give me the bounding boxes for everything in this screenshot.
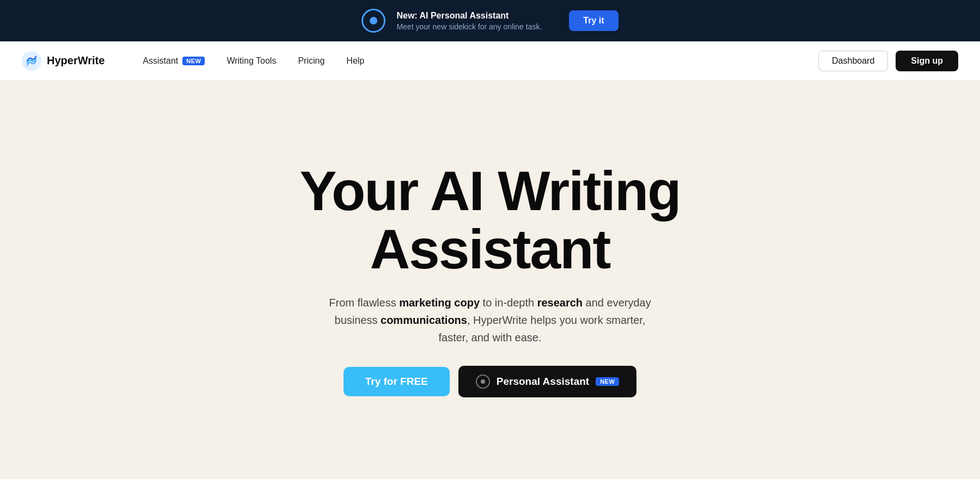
nav-item-assistant-label: Assistant (143, 56, 178, 66)
banner-icon (362, 9, 385, 33)
personal-assistant-label: Personal Assistant (497, 376, 589, 388)
banner-icon-inner (370, 17, 377, 24)
hero-title: Your AI Writing Assistant (299, 162, 680, 279)
hero-buttons: Try for FREE Personal Assistant NEW (344, 366, 637, 397)
try-free-button[interactable]: Try for FREE (344, 367, 450, 396)
signup-button[interactable]: Sign up (896, 51, 958, 71)
nav-item-pricing[interactable]: Pricing (287, 52, 335, 70)
nav-item-assistant[interactable]: Assistant NEW (132, 52, 216, 70)
hero-title-line2: Assistant (370, 218, 610, 280)
dashboard-button[interactable]: Dashboard (818, 51, 888, 71)
banner-text-group: New: AI Personal Assistant Meet your new… (396, 11, 542, 31)
nav-links: Assistant NEW Writing Tools Pricing Help (132, 52, 818, 70)
top-banner: New: AI Personal Assistant Meet your new… (0, 0, 980, 41)
logo-text: HyperWrite (47, 54, 105, 67)
hero-section: Your AI Writing Assistant From flawless … (0, 81, 980, 479)
nav-item-help[interactable]: Help (335, 52, 375, 70)
nav-item-writing-tools[interactable]: Writing Tools (216, 52, 287, 70)
banner-subtitle: Meet your new sidekick for any online ta… (396, 22, 542, 31)
personal-assistant-button[interactable]: Personal Assistant NEW (458, 366, 637, 397)
personal-assistant-badge: NEW (596, 377, 619, 386)
hyperwrite-logo-icon (22, 51, 41, 71)
logo-group[interactable]: HyperWrite (22, 51, 105, 71)
nav-right: Dashboard Sign up (818, 51, 958, 71)
banner-cta-button[interactable]: Try it (569, 10, 618, 31)
nav-item-assistant-badge: NEW (182, 57, 205, 65)
hero-subtitle: From flawless marketing copy to in-depth… (321, 294, 659, 346)
navbar: HyperWrite Assistant NEW Writing Tools P… (0, 41, 980, 81)
personal-assistant-icon (476, 374, 490, 389)
hero-title-line1: Your AI Writing (299, 160, 680, 222)
banner-title: New: AI Personal Assistant (396, 11, 542, 21)
personal-assistant-icon-dot (481, 379, 485, 384)
